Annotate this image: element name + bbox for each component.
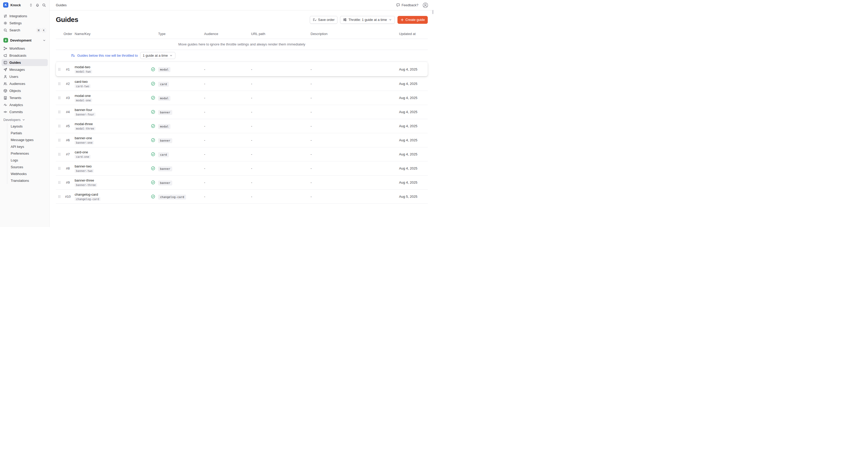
- sidebar-item-sources[interactable]: Sources: [7, 164, 49, 170]
- sidebar-item-search[interactable]: Search⌘K: [2, 27, 48, 34]
- throttle-divider-link[interactable]: Guides below this row will be throttled …: [77, 54, 138, 57]
- guide-description: -: [311, 138, 399, 142]
- sidebar-item-users[interactable]: Users: [2, 73, 48, 80]
- sidebar-item-workflows[interactable]: Workflows: [2, 45, 48, 52]
- guide-type-badge: banner: [158, 166, 172, 171]
- guide-name[interactable]: banner-three: [75, 178, 94, 182]
- guide-type-badge: banner: [158, 138, 172, 143]
- scrollbar-thumb[interactable]: [432, 10, 433, 14]
- column-header-order: Order: [63, 32, 73, 36]
- guide-url-path: -: [251, 67, 311, 71]
- throttle-divider-dropdown[interactable]: 1 guide at a time: [140, 52, 175, 59]
- user-avatar[interactable]: [423, 2, 428, 8]
- feedback-button[interactable]: Feedback?: [396, 3, 418, 7]
- sidebar-item-layouts[interactable]: Layouts: [7, 123, 49, 130]
- guide-row[interactable]: #1modal-twomodal-twomodal---Aug 4, 2025: [56, 62, 428, 76]
- guide-status-active-icon: [148, 166, 158, 171]
- guide-updated-at: Aug 4, 2025: [399, 124, 428, 128]
- bell-icon[interactable]: [35, 3, 40, 7]
- guide-name-key: banner-fourbanner-four: [73, 108, 148, 116]
- drag-handle-icon[interactable]: [56, 180, 63, 185]
- drag-handle-icon[interactable]: [56, 110, 63, 114]
- commits-icon: [3, 110, 7, 114]
- guide-name[interactable]: changelog-card: [75, 193, 98, 196]
- development-env-icon: [3, 38, 8, 42]
- create-guide-button[interactable]: Create guide: [398, 16, 428, 24]
- throttle-dropdown-button[interactable]: Throttle: 1 guide at a time: [340, 16, 395, 24]
- sidebar-item-guides[interactable]: Guides: [2, 59, 48, 66]
- guide-name[interactable]: banner-one: [75, 136, 92, 140]
- guide-row[interactable]: #10changelog-cardchangelog-cardchangelog…: [56, 190, 428, 204]
- unthrottled-dropzone[interactable]: Move guides here to ignore the throttle …: [56, 39, 428, 50]
- chevron-down-icon: [42, 39, 46, 42]
- guide-name[interactable]: card-one: [75, 150, 88, 154]
- guide-row[interactable]: #9banner-threebanner-threebanner---Aug 4…: [56, 175, 428, 190]
- sidebar-item-tenants[interactable]: Tenants: [2, 94, 48, 101]
- sidebar-item-audiences[interactable]: Audiences: [2, 80, 48, 87]
- sidebar-item-label: Webhooks: [11, 172, 27, 176]
- integrations-icon: [3, 14, 7, 18]
- guide-row[interactable]: #6banner-onebanner-onebanner---Aug 4, 20…: [56, 133, 428, 147]
- guide-key: card-one: [75, 155, 91, 159]
- guide-name[interactable]: banner-two: [75, 164, 92, 168]
- guide-audience: -: [204, 152, 251, 156]
- sidebar-item-translations[interactable]: Translations: [7, 177, 49, 184]
- guide-row[interactable]: #4banner-fourbanner-fourbanner---Aug 4, …: [56, 105, 428, 119]
- drag-handle-icon[interactable]: [56, 96, 63, 100]
- sidebar-item-label: Users: [9, 75, 18, 79]
- drag-handle-icon[interactable]: [56, 138, 63, 142]
- sidebar-item-api-keys[interactable]: API keys: [7, 143, 49, 150]
- feedback-label: Feedback?: [402, 3, 418, 7]
- guide-updated-at: Aug 4, 2025: [399, 152, 428, 156]
- developers-label: Developers: [3, 118, 21, 122]
- environment-switcher[interactable]: Development: [2, 36, 48, 44]
- drag-handle-icon[interactable]: [56, 67, 63, 71]
- guide-row[interactable]: #8banner-twobanner-twobanner---Aug 4, 20…: [56, 162, 428, 175]
- search-icon[interactable]: [41, 3, 46, 7]
- drag-handle-icon[interactable]: [56, 152, 63, 156]
- sidebar-item-analytics[interactable]: Analytics: [2, 101, 48, 108]
- drag-handle-icon[interactable]: [56, 82, 63, 86]
- sidebar-item-preferences[interactable]: Preferences: [7, 150, 49, 157]
- guide-description: -: [311, 82, 399, 86]
- guide-url-path: -: [251, 180, 311, 185]
- guide-row[interactable]: #2card-twocard-twocard---Aug 4, 2025: [56, 77, 428, 91]
- table-header-row: OrderName/KeyTypeAudienceURL pathDescrip…: [56, 29, 428, 39]
- developers-section-toggle[interactable]: Developers: [2, 118, 48, 122]
- sidebar-item-commits[interactable]: Commits: [2, 108, 48, 115]
- drag-handle-icon[interactable]: [56, 166, 63, 170]
- guide-status-active-icon: [148, 152, 158, 157]
- guide-row[interactable]: #3modal-onemodal-onemodal---Aug 4, 2025: [56, 91, 428, 105]
- drag-handle-icon[interactable]: [56, 124, 63, 128]
- guide-type-badge: card: [158, 82, 169, 87]
- workspace-selector-icon[interactable]: [28, 3, 33, 7]
- guide-description: -: [311, 152, 399, 156]
- sidebar-item-label: API keys: [11, 145, 24, 149]
- drag-handle-icon[interactable]: [56, 195, 63, 199]
- save-order-button[interactable]: Save order: [310, 16, 338, 24]
- guide-name[interactable]: card-two: [75, 80, 88, 84]
- sidebar-utility-nav: IntegrationsSettingsSearch⌘K: [0, 12, 49, 34]
- sidebar-item-objects[interactable]: Objects: [2, 87, 48, 94]
- breadcrumb[interactable]: Guides: [56, 3, 66, 7]
- guide-type-badge: banner: [158, 180, 172, 186]
- workspace-switcher[interactable]: K Knock: [0, 0, 49, 9]
- guide-name[interactable]: modal-two: [75, 65, 90, 69]
- guide-url-path: -: [251, 82, 311, 86]
- sidebar-item-logs[interactable]: Logs: [7, 157, 49, 164]
- sidebar-item-partials[interactable]: Partials: [7, 130, 49, 136]
- sidebar-item-messages[interactable]: Messages: [2, 66, 48, 73]
- guide-name[interactable]: modal-one: [75, 94, 91, 98]
- guide-status-active-icon: [148, 180, 158, 185]
- guide-row[interactable]: #7card-onecard-onecard---Aug 4, 2025: [56, 147, 428, 162]
- guide-row[interactable]: #5modal-threemodal-threemodal---Aug 4, 2…: [56, 119, 428, 133]
- guide-order: #10: [63, 195, 73, 199]
- guide-name[interactable]: banner-four: [75, 108, 92, 112]
- guide-name[interactable]: modal-three: [75, 122, 93, 126]
- sidebar-item-integrations[interactable]: Integrations: [2, 12, 48, 20]
- sidebar-item-webhooks[interactable]: Webhooks: [7, 170, 49, 177]
- sidebar-item-settings[interactable]: Settings: [2, 20, 48, 27]
- sidebar-item-label: Broadcasts: [9, 54, 26, 57]
- sidebar-item-broadcasts[interactable]: Broadcasts: [2, 52, 48, 59]
- sidebar-item-message-types[interactable]: Message types: [7, 136, 49, 143]
